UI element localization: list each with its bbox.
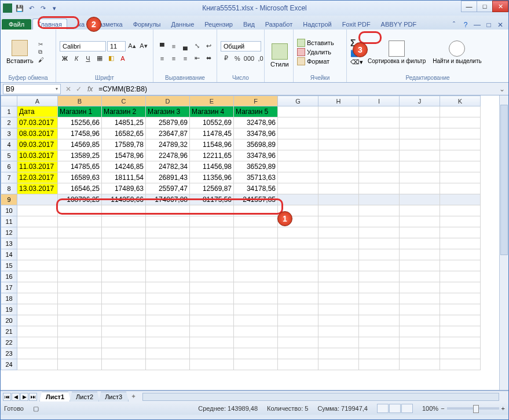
empty-cell[interactable] (278, 359, 318, 370)
scrollbar-thumb[interactable] (500, 105, 508, 255)
empty-cell[interactable] (278, 172, 318, 183)
empty-cell[interactable] (146, 304, 190, 315)
empty-cell[interactable] (440, 205, 481, 216)
align-right-icon[interactable]: ≡ (180, 53, 191, 64)
zoom-out-icon[interactable]: − (441, 405, 444, 412)
merge-icon[interactable]: ⬌ (203, 53, 214, 64)
empty-cell[interactable] (190, 238, 234, 249)
empty-cell[interactable] (190, 260, 234, 271)
sum-cell[interactable]: 114350,66 (102, 194, 146, 205)
empty-cell[interactable] (234, 337, 278, 348)
data-cell[interactable]: 33478,96 (234, 128, 278, 139)
sheet-tab-2[interactable]: Лист2 (69, 392, 100, 401)
sum-cell[interactable]: 174067,08 (146, 194, 190, 205)
sum-cell[interactable]: 81175,56 (190, 194, 234, 205)
empty-cell[interactable] (58, 315, 102, 326)
data-cell[interactable]: 32478,96 (234, 117, 278, 128)
empty-cell[interactable] (58, 238, 102, 249)
tab-home[interactable]: Главная (32, 19, 67, 30)
data-cell[interactable]: 14569,85 (58, 139, 102, 150)
empty-cell[interactable] (318, 315, 359, 326)
redo-icon[interactable]: ↷ (38, 3, 48, 13)
data-cell[interactable]: 12211,65 (190, 150, 234, 161)
sheet-nav-next-icon[interactable]: ▶ (20, 393, 28, 401)
app-minimize-icon[interactable]: — (473, 20, 482, 30)
empty-cell[interactable] (318, 249, 359, 260)
empty-cell[interactable] (440, 172, 481, 183)
empty-cell[interactable] (400, 271, 440, 282)
italic-icon[interactable]: К (71, 53, 82, 64)
empty-cell[interactable] (190, 282, 234, 293)
empty-cell[interactable] (190, 227, 234, 238)
empty-cell[interactable] (17, 337, 58, 348)
empty-cell[interactable] (359, 326, 400, 337)
empty-cell[interactable] (146, 227, 190, 238)
comma-icon[interactable]: 000 (244, 53, 254, 64)
empty-cell[interactable] (440, 194, 481, 205)
grow-font-icon[interactable]: A▴ (127, 41, 137, 51)
sum-cell[interactable]: 241557,85 (234, 194, 278, 205)
save-icon[interactable]: 💾 (14, 3, 25, 13)
empty-cell[interactable] (440, 161, 481, 172)
empty-cell[interactable] (102, 315, 146, 326)
row-header[interactable]: 10 (1, 205, 17, 216)
tab-foxit[interactable]: Foxit PDF (337, 19, 376, 30)
help-icon[interactable]: ? (461, 20, 470, 30)
empty-cell[interactable] (58, 227, 102, 238)
empty-cell[interactable] (440, 337, 481, 348)
autosum-button[interactable]: Σ▾ (350, 38, 363, 49)
data-cell[interactable]: 14851,25 (102, 117, 146, 128)
col-header-C[interactable]: C (102, 96, 146, 106)
empty-cell[interactable] (278, 249, 318, 260)
cut-icon[interactable]: ✂ (38, 41, 44, 47)
data-cell[interactable]: 15478,96 (102, 150, 146, 161)
col-header-D[interactable]: D (146, 96, 190, 106)
empty-cell[interactable] (400, 337, 440, 348)
empty-cell[interactable] (440, 139, 481, 150)
table-header-cell[interactable]: Магазин 1 (58, 106, 102, 117)
empty-cell[interactable] (440, 315, 481, 326)
empty-cell[interactable] (190, 205, 234, 216)
empty-cell[interactable] (17, 205, 58, 216)
col-header-E[interactable]: E (190, 96, 234, 106)
view-layout-icon[interactable] (389, 404, 401, 413)
close-button[interactable]: ✕ (492, 1, 508, 12)
empty-cell[interactable] (440, 128, 481, 139)
row-header[interactable]: 15 (1, 260, 17, 271)
horizontal-scrollbar[interactable] (142, 393, 499, 401)
tab-insert[interactable]: ка (67, 19, 90, 30)
empty-cell[interactable] (400, 183, 440, 194)
empty-cell[interactable] (318, 216, 359, 227)
spreadsheet-grid[interactable]: ABCDEFGHIJK1ДатаМагазин 1Магазин 2Магази… (1, 95, 481, 370)
empty-cell[interactable] (359, 238, 400, 249)
font-color-icon[interactable]: A (118, 53, 128, 64)
date-cell[interactable]: 09.03.2017 (17, 139, 58, 150)
tab-view[interactable]: Вид (238, 19, 260, 30)
empty-cell[interactable] (440, 249, 481, 260)
empty-cell[interactable] (278, 304, 318, 315)
empty-cell[interactable] (359, 139, 400, 150)
zoom-control[interactable]: 100% − + (422, 405, 505, 412)
indent-dec-icon[interactable]: ⇤ (192, 53, 202, 64)
empty-cell[interactable] (17, 260, 58, 271)
empty-cell[interactable] (58, 216, 102, 227)
tab-layout[interactable]: Разметка (90, 19, 128, 30)
date-cell[interactable]: 13.03.2017 (17, 183, 58, 194)
empty-cell[interactable] (440, 326, 481, 337)
empty-cell[interactable] (234, 359, 278, 370)
row-header[interactable]: 4 (1, 139, 17, 150)
data-cell[interactable]: 14785,65 (58, 161, 102, 172)
table-header-cell[interactable]: Магазин 5 (234, 106, 278, 117)
data-cell[interactable]: 16582,65 (102, 128, 146, 139)
empty-cell[interactable] (190, 216, 234, 227)
empty-cell[interactable] (400, 260, 440, 271)
data-cell[interactable]: 22478,96 (146, 150, 190, 161)
row-header[interactable]: 13 (1, 238, 17, 249)
empty-cell[interactable] (359, 282, 400, 293)
wrap-text-icon[interactable]: ↩ (203, 41, 214, 51)
empty-cell[interactable] (234, 227, 278, 238)
empty-cell[interactable] (17, 326, 58, 337)
empty-cell[interactable] (318, 172, 359, 183)
empty-cell[interactable] (58, 271, 102, 282)
empty-cell[interactable] (102, 359, 146, 370)
